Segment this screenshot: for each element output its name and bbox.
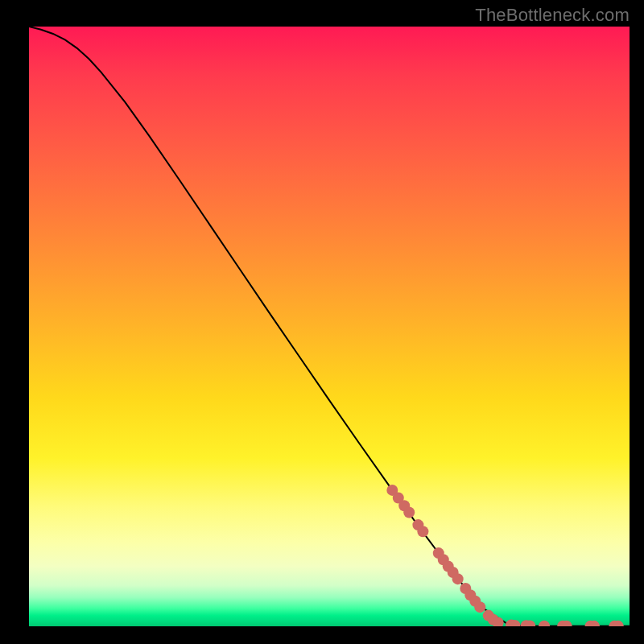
data-marker xyxy=(539,621,550,626)
curve-line xyxy=(29,27,630,626)
data-marker xyxy=(403,506,415,518)
data-marker xyxy=(474,601,485,613)
chart-overlay xyxy=(29,27,630,626)
chart-stage: TheBottleneck.com xyxy=(0,0,644,644)
marker-group xyxy=(386,485,624,626)
watermark-text: TheBottleneck.com xyxy=(475,5,630,26)
data-marker xyxy=(417,526,428,537)
data-marker xyxy=(452,573,464,584)
